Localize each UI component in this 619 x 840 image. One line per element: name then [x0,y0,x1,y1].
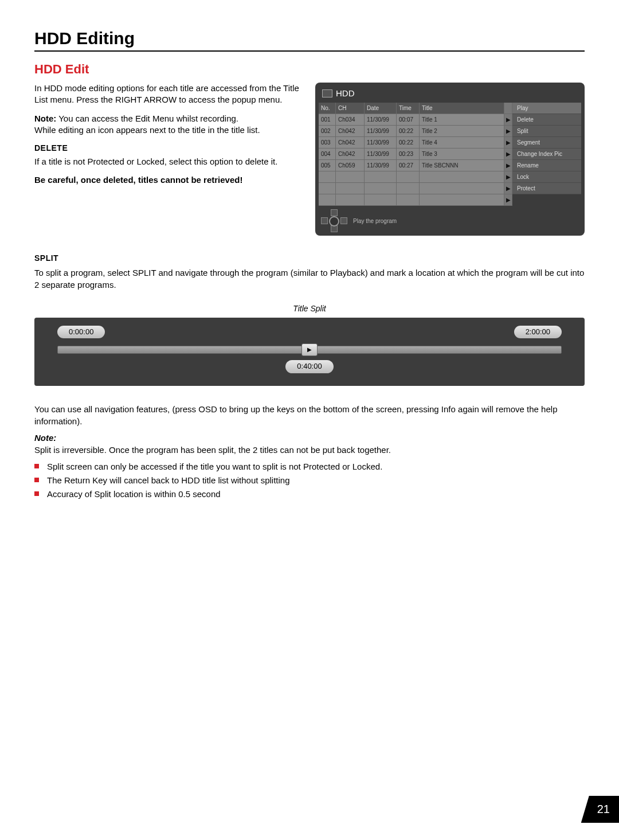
table-row: 003 Ch042 11/30/99 00:22 Title 4 ▶ [319,137,512,149]
menu-item-play: Play [512,103,581,114]
osd-footer-hint: Play the program [353,218,397,224]
menu-item-lock: Lock [512,171,581,183]
menu-item-change-index: Change Index Pic [512,149,581,160]
split-end-time: 2:00:00 [514,326,562,338]
split-paragraph-1: To split a program, select SPLIT and nav… [34,267,585,291]
osd-title-text: HDD [336,88,355,98]
col-no: No. [319,103,336,114]
intro-paragraph: In HDD mode editing options for each tit… [34,83,307,106]
title-split-diagram: 0:00:00 2:00:00 ▶ 0:40:00 [34,318,585,385]
split-current-time: 0:40:00 [285,360,333,373]
table-row-empty: .▶ [319,194,512,206]
delete-warning: Be careful, once deleted, titles cannot … [34,174,307,186]
split-note-text: Split is irreversible. Once the program … [34,445,391,455]
hdd-osd-screenshot: HDD No. CH Date Time Title 001 [315,83,585,236]
section-heading-hdd-edit: HDD Edit [34,62,585,77]
table-row: 005 Ch059 11/30/99 00:27 Title SBCNNN ▶ [319,160,512,171]
split-heading: SPLIT [34,253,585,264]
col-ch: CH [336,103,365,114]
col-date: Date [365,103,397,114]
col-arrow [504,103,512,114]
intro-note: Note: You can access the Edit Menu whils… [34,113,307,136]
hdd-icon [322,89,332,97]
list-item: Accuracy of Split location is within 0.5… [34,488,585,500]
table-row-empty: .▶ [319,183,512,194]
split-start-time: 0:00:00 [57,326,105,338]
table-row-empty: .▶ [319,171,512,183]
menu-item-protect: Protect [512,183,581,194]
table-row: 002 Ch042 11/30/99 00:22 Title 2 ▶ [319,126,512,137]
osd-context-menu: Play Delete Split Segment Change Index P… [512,103,581,232]
menu-item-segment: Segment [512,137,581,149]
note-label: Note: [34,114,56,123]
table-row: 004 Ch042 11/30/99 00:23 Title 3 ▶ [319,149,512,160]
table-header-row: No. CH Date Time Title [319,103,512,114]
note-text: You can access the Edit Menu whilst reco… [56,114,238,123]
intro-paragraph-2: While editing an icon appears next to th… [34,125,260,135]
delete-heading: DELETE [34,143,307,154]
table-row: 001 Ch034 11/30/99 00:07 Title 1 ▶ [319,114,512,126]
title-split-label: Title Split [34,303,585,315]
page-number: 21 [581,796,619,823]
delete-text: If a title is not Protected or Locked, s… [34,156,307,167]
menu-item-rename: Rename [512,160,581,171]
split-bullet-list: Split screen can only be accessed if the… [34,460,585,500]
page-title: HDD Editing [34,29,585,52]
split-handle-play-icon: ▶ [301,343,318,356]
note-label: Note: [34,433,56,443]
osd-table: No. CH Date Time Title 001 Ch034 11/30/9… [319,103,512,232]
split-paragraph-2: You can use all navigation features, (pr… [34,403,585,427]
menu-item-split: Split [512,126,581,137]
split-note: Note: Split is irreversible. Once the pr… [34,432,585,456]
col-title: Title [420,103,504,114]
col-time: Time [397,103,420,114]
list-item: The Return Key will cancel back to HDD t… [34,474,585,486]
menu-item-delete: Delete [512,114,581,126]
list-item: Split screen can only be accessed if the… [34,460,585,472]
dpad-icon [321,209,347,232]
